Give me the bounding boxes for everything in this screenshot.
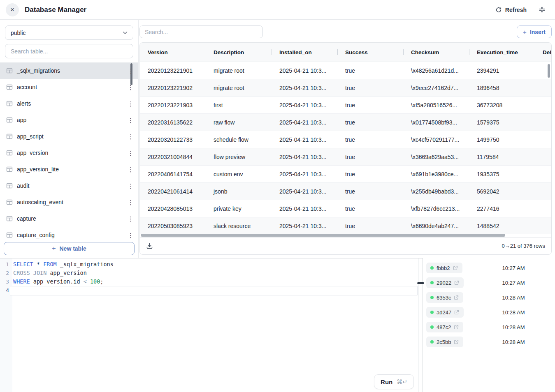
run-pill-29022[interactable]: 29022: [426, 277, 464, 288]
code-line-2[interactable]: 2CROSS JOIN app_version: [0, 269, 418, 277]
sidebar-item-audit[interactable]: audit⋮: [0, 178, 138, 194]
table-cell[interactable]: 2394291: [469, 67, 535, 74]
table-cell[interactable]: \xfb7827d6cc213...: [403, 205, 469, 212]
kebab-menu-icon[interactable]: ⋮: [125, 215, 133, 222]
table-cell[interactable]: true: [337, 171, 403, 178]
collapse-button[interactable]: [539, 7, 545, 13]
insert-button[interactable]: + Insert: [517, 25, 552, 38]
table-cell[interactable]: 1579375: [469, 119, 535, 126]
table-cell[interactable]: true: [337, 205, 403, 212]
table-cell[interactable]: 36773208: [469, 102, 535, 108]
table-cell[interactable]: 2277416: [469, 205, 535, 212]
table-cell[interactable]: 2025-04-21 10:3...: [272, 171, 337, 178]
table-cell[interactable]: \xc4cf570291177...: [403, 136, 469, 143]
sidebar-item-_sqlx_migrations[interactable]: _sqlx_migrations⋮: [0, 62, 138, 79]
table-cell[interactable]: 2025-04-21 10:3...: [272, 223, 337, 229]
table-row[interactable]: 20220320122733schedule flow2025-04-21 10…: [140, 131, 551, 148]
code-line-3[interactable]: 3WHERE app_version.id < 100;: [0, 277, 418, 286]
table-cell[interactable]: 1179584: [469, 154, 535, 160]
table-cell[interactable]: first: [206, 102, 272, 108]
table-cell[interactable]: \x48256a61d21d...: [403, 67, 469, 74]
table-row[interactable]: 20220421061414jsonb2025-04-21 10:3...tru…: [140, 183, 551, 200]
table-cell[interactable]: true: [337, 67, 403, 74]
table-cell[interactable]: true: [337, 85, 403, 91]
sidebar-item-capture_config[interactable]: capture_config⋮: [0, 227, 138, 239]
table-row[interactable]: 20220123221902migrate root2025-04-21 10:…: [140, 79, 551, 97]
sidebar-item-app_script[interactable]: app_script⋮: [0, 128, 138, 145]
table-cell[interactable]: 20220321004844: [140, 154, 206, 160]
sidebar-item-alerts[interactable]: alerts⋮: [0, 95, 138, 112]
table-search-input[interactable]: [5, 44, 133, 58]
table-cell[interactable]: 20220503085923: [140, 223, 206, 229]
sidebar-item-app_version[interactable]: app_version⋮: [0, 145, 138, 161]
table-cell[interactable]: true: [337, 136, 403, 143]
refresh-button[interactable]: Refresh: [495, 7, 527, 13]
table-cell[interactable]: 20220123221901: [140, 67, 206, 74]
table-cell[interactable]: 5692042: [469, 188, 535, 195]
table-cell[interactable]: migrate root: [206, 85, 272, 91]
table-cell[interactable]: flow preview: [206, 154, 272, 160]
table-cell[interactable]: 2025-04-21 10:3...: [272, 136, 337, 143]
table-cell[interactable]: 20220406141754: [140, 171, 206, 178]
sql-editor[interactable]: 1SELECT * FROM _sqlx_migrations2CROSS JO…: [0, 258, 418, 392]
download-button[interactable]: [146, 242, 153, 249]
sidebar-item-app_version_lite[interactable]: app_version_lite⋮: [0, 161, 138, 178]
table-cell[interactable]: migrate root: [206, 67, 272, 74]
table-cell[interactable]: 2025-04-21 10:3...: [272, 205, 337, 212]
table-cell[interactable]: 20220316135622: [140, 119, 206, 126]
table-cell[interactable]: raw flow: [206, 119, 272, 126]
kebab-menu-icon[interactable]: ⋮: [125, 100, 133, 107]
table-cell[interactable]: \x255db49babd3...: [403, 188, 469, 195]
new-table-button[interactable]: + New table: [4, 242, 135, 255]
table-cell[interactable]: \xf5a280516526...: [403, 102, 469, 108]
kebab-menu-icon[interactable]: ⋮: [125, 199, 133, 206]
table-cell[interactable]: schedule flow: [206, 136, 272, 143]
table-cell[interactable]: 1935375: [469, 171, 535, 178]
table-cell[interactable]: \x691b1e3980ce...: [403, 171, 469, 178]
run-button[interactable]: Run ⌘↵: [374, 374, 414, 389]
table-cell[interactable]: 2025-04-21 10:3...: [272, 67, 337, 74]
table-cell[interactable]: jsonb: [206, 188, 272, 195]
table-row[interactable]: 20220316135622raw flow2025-04-21 10:3...…: [140, 114, 551, 131]
table-cell[interactable]: true: [337, 223, 403, 229]
close-button[interactable]: ×: [6, 3, 19, 16]
sidebar-item-account[interactable]: account⋮: [0, 79, 138, 95]
table-cell[interactable]: true: [337, 188, 403, 195]
table-cell[interactable]: 2025-04-21 10:3...: [272, 85, 337, 91]
table-cell[interactable]: 1896458: [469, 85, 535, 91]
horizontal-scrollbar-thumb[interactable]: [141, 234, 505, 237]
run-pill-2c5bb[interactable]: 2c5bb: [426, 337, 463, 347]
kebab-menu-icon[interactable]: ⋮: [125, 182, 133, 189]
table-cell[interactable]: 20220428085013: [140, 205, 206, 212]
resize-handle[interactable]: [417, 282, 424, 284]
table-cell[interactable]: 2025-04-21 10:3...: [272, 154, 337, 160]
table-row[interactable]: 20220406141754custom env2025-04-21 10:3.…: [140, 166, 551, 183]
table-row[interactable]: 20220321004844flow preview2025-04-21 10:…: [140, 148, 551, 166]
table-cell[interactable]: 2025-04-21 10:3...: [272, 119, 337, 126]
grid-search-input[interactable]: [139, 25, 263, 38]
table-cell[interactable]: 20220320122733: [140, 136, 206, 143]
table-cell[interactable]: 2025-04-21 10:3...: [272, 102, 337, 108]
table-cell[interactable]: \x01774508bf93...: [403, 119, 469, 126]
table-cell[interactable]: \x9ece274162d7...: [403, 85, 469, 91]
sidebar-item-app[interactable]: app⋮: [0, 112, 138, 128]
table-cell[interactable]: custom env: [206, 171, 272, 178]
table-cell[interactable]: 20220123221902: [140, 85, 206, 91]
run-pill-487c2[interactable]: 487c2: [426, 322, 463, 332]
code-line-4[interactable]: 4: [0, 286, 418, 295]
run-pill-6353c[interactable]: 6353c: [426, 292, 463, 303]
kebab-menu-icon[interactable]: ⋮: [125, 166, 133, 173]
schema-select[interactable]: public: [5, 25, 133, 40]
table-cell[interactable]: 20220421061414: [140, 188, 206, 195]
sidebar-item-capture[interactable]: capture⋮: [0, 210, 138, 227]
kebab-menu-icon[interactable]: ⋮: [125, 133, 133, 140]
vertical-scrollbar-thumb[interactable]: [548, 64, 550, 78]
kebab-menu-icon[interactable]: ⋮: [125, 150, 133, 157]
table-cell[interactable]: slack resource: [206, 223, 272, 229]
code-line-1[interactable]: 1SELECT * FROM _sqlx_migrations: [0, 260, 418, 269]
table-cell[interactable]: 20220123221903: [140, 102, 206, 108]
table-row[interactable]: 20220123221903first2025-04-21 10:3...tru…: [140, 97, 551, 114]
table-cell[interactable]: 1499750: [469, 136, 535, 143]
table-row[interactable]: 20220123221901migrate root2025-04-21 10:…: [140, 62, 551, 79]
kebab-menu-icon[interactable]: ⋮: [125, 232, 133, 239]
